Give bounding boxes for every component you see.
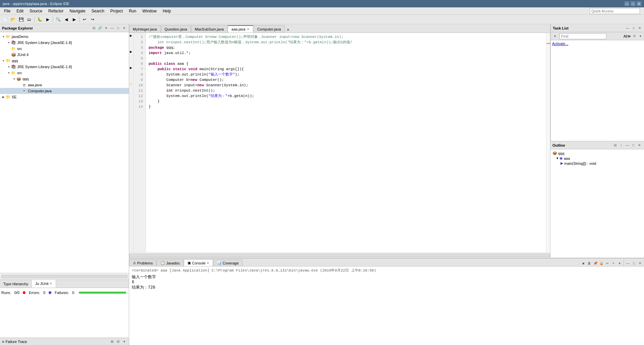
outline-item-main[interactable]: ▶ main(String[]) : void xyxy=(552,161,643,166)
toolbar-save[interactable]: 💾 xyxy=(17,16,25,23)
console-stop[interactable]: ■ xyxy=(581,260,586,266)
tree-item-qqq[interactable]: ▾ 📁 qqq xyxy=(0,58,129,64)
tree-item-aaa[interactable]: ☕ aaa.java xyxy=(0,82,129,88)
tab-maxsubsum[interactable]: MaxSubSum.java xyxy=(191,25,227,33)
menu-source[interactable]: Source xyxy=(27,8,45,14)
tab-aaa-close[interactable]: ✕ xyxy=(247,28,250,31)
toolbar-undo[interactable]: ↩ xyxy=(81,16,88,23)
toggle-src-qqq[interactable]: ▾ xyxy=(7,71,11,75)
tab-aaa[interactable]: aaa.java ✕ xyxy=(228,25,253,33)
tab-junit[interactable]: Ju JUnit ✕ xyxy=(32,280,56,288)
editor-bottom-scroll[interactable] xyxy=(129,252,550,258)
pe-maximize-btn[interactable]: □ xyxy=(115,26,121,31)
ol-sort[interactable]: ↕ xyxy=(619,143,624,148)
menu-run[interactable]: Run xyxy=(126,8,139,14)
outline-item-aaa[interactable]: ▾ ◉ aaa xyxy=(552,156,643,161)
toolbar-new[interactable]: 📄 xyxy=(1,16,9,23)
toggle-javademo[interactable]: ▾ xyxy=(1,35,5,38)
toolbar-redo[interactable]: ↪ xyxy=(89,16,96,23)
console-scroll-lock[interactable]: 🔒 xyxy=(599,260,604,266)
menu-project[interactable]: Project xyxy=(108,8,125,14)
task-find-input[interactable] xyxy=(559,33,606,39)
menu-search[interactable]: Search xyxy=(89,8,107,14)
tl-tb-1[interactable]: ▾ xyxy=(552,34,557,39)
ft-btn-3[interactable]: ▾ xyxy=(121,339,127,344)
ol-minimize[interactable]: — xyxy=(625,143,630,148)
console-close-btn[interactable]: ✕ xyxy=(637,260,643,266)
tab-console[interactable]: ▣ Console ✕ xyxy=(184,259,213,266)
menu-navigate[interactable]: Navigate xyxy=(67,8,88,14)
tl-maximize[interactable]: □ xyxy=(631,26,636,31)
toolbar-back[interactable]: ◀ xyxy=(62,16,70,23)
junit-close[interactable]: ✕ xyxy=(50,282,52,285)
toggle-jre-qqq[interactable]: ▾ xyxy=(7,65,11,68)
tree-item-computer[interactable]: ☕ Computer.java xyxy=(0,88,129,94)
tl-tb-menu[interactable]: ▾ xyxy=(638,34,643,39)
minimize-button[interactable]: — xyxy=(625,1,629,6)
pe-close-btn[interactable]: ✕ xyxy=(121,26,127,31)
toolbar-run[interactable]: ▶ xyxy=(44,16,51,23)
tab-coverage[interactable]: 📊 Coverage xyxy=(213,259,243,266)
console-maximize[interactable]: □ xyxy=(631,260,637,266)
ol-maximize[interactable]: □ xyxy=(631,143,636,148)
tab-question[interactable]: Question.java xyxy=(161,25,191,33)
toolbar-open[interactable]: 📂 xyxy=(9,16,17,23)
tl-tb-refresh[interactable]: ↺ xyxy=(632,34,637,39)
tab-problems[interactable]: ⚠ Problems xyxy=(129,259,156,266)
pe-scrollbar-h[interactable] xyxy=(1,275,127,278)
console-select[interactable]: ▾ xyxy=(617,260,622,266)
pe-minimize-btn[interactable]: — xyxy=(109,26,115,31)
tab-javadoc[interactable]: 📋 Javadoc xyxy=(157,259,183,266)
toggle-pkg-qqq[interactable]: ▾ xyxy=(12,77,16,81)
toggle-se[interactable]: ▶ xyxy=(1,95,5,99)
maximize-button[interactable]: □ xyxy=(631,1,635,6)
outline-item-qqq[interactable]: 📦 qqq xyxy=(552,151,643,156)
tree-item-junit4[interactable]: 📦 JUnit 4 xyxy=(0,52,129,58)
tab-type-hierarchy[interactable]: Type Hierarchy xyxy=(0,280,32,288)
tab-computer[interactable]: Computer.java xyxy=(254,25,285,33)
ft-btn-1[interactable]: ⊞ xyxy=(109,339,115,344)
editor-hscrollbar[interactable] xyxy=(129,254,550,257)
task-activate-link[interactable]: Activate... xyxy=(552,42,568,46)
tab-myinteger[interactable]: MyInteger.java xyxy=(129,25,161,33)
ol-collapse[interactable]: ⊟ xyxy=(612,143,618,148)
menu-file[interactable]: File xyxy=(1,8,13,14)
tab-overflow-btn[interactable]: » xyxy=(285,27,291,33)
toggle-jre-jd[interactable]: ▾ xyxy=(7,41,11,44)
toolbar-debug[interactable]: 🐛 xyxy=(36,16,43,23)
quick-access-input[interactable] xyxy=(590,8,640,14)
tree-item-javademo[interactable]: ▾ 📁 javaDemo xyxy=(0,34,129,40)
pe-collapse-btn[interactable]: ⊟ xyxy=(91,26,97,31)
tree-item-src-jd[interactable]: 📁 src xyxy=(0,46,129,52)
toolbar-save-all[interactable]: 🗂 xyxy=(25,16,33,23)
ol-close[interactable]: ✕ xyxy=(637,143,642,148)
menu-help[interactable]: Help xyxy=(160,8,174,14)
pe-link-btn[interactable]: 🔗 xyxy=(97,26,103,31)
console-minimize[interactable]: — xyxy=(625,260,631,266)
tree-item-se[interactable]: ▶ 📁 SE xyxy=(0,94,129,100)
tree-item-jre-javademo[interactable]: ▾ 📚 JRE System Library [JavaSE-1.8] xyxy=(0,40,129,46)
console-close[interactable]: ✕ xyxy=(207,261,209,265)
console-clear[interactable]: 🗑 xyxy=(587,260,592,266)
code-content[interactable]: /*接收computer类，Computer b=new Computer();… xyxy=(146,33,546,252)
tree-item-src-qqq[interactable]: ▾ 📁 src xyxy=(0,70,129,76)
pe-menu-btn[interactable]: ▾ xyxy=(103,26,109,31)
close-button[interactable]: ✕ xyxy=(637,1,641,6)
toolbar-forward[interactable]: ▶ xyxy=(70,16,78,23)
menu-edit[interactable]: Edit xyxy=(14,8,26,14)
menu-window[interactable]: Window xyxy=(140,8,159,14)
console-area[interactable]: <terminated> aaa [Java Application] C:\P… xyxy=(129,266,644,345)
code-editor[interactable]: 12345 678910 11121314 /*接收computer类，Comp… xyxy=(134,33,546,252)
tl-close[interactable]: ✕ xyxy=(637,26,642,31)
toolbar-search[interactable]: 🔍 xyxy=(54,16,62,23)
tl-minimize[interactable]: — xyxy=(625,26,630,31)
code-scroll-area[interactable]: 12345 678910 11121314 /*接收computer类，Comp… xyxy=(134,33,546,252)
outline-toggle-aaa[interactable]: ▾ xyxy=(556,156,558,160)
tree-item-jre-qqq[interactable]: ▾ 📚 JRE System Library [JavaSE-1.8] xyxy=(0,64,129,70)
ft-btn-2[interactable]: ⊟ xyxy=(115,339,121,344)
console-new-console[interactable]: + xyxy=(611,260,616,266)
console-word-wrap[interactable]: ↵ xyxy=(605,260,610,266)
toggle-qqq[interactable]: ▾ xyxy=(1,59,5,62)
tree-item-pkg-qqq[interactable]: ▾ 📦 qqq xyxy=(0,76,129,82)
menu-refactor[interactable]: Refactor xyxy=(46,8,66,14)
